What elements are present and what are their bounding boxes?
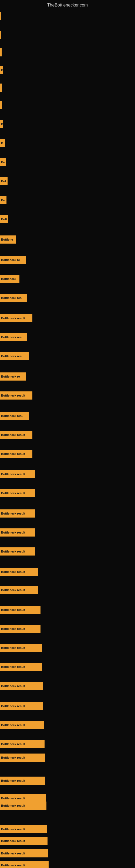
bar-item: Bott — [0, 215, 135, 223]
bar — [0, 31, 1, 39]
bar-label: Bottleneck result — [1, 864, 25, 867]
bar: Bottleneck result — [0, 586, 38, 594]
bar-item: Bo — [0, 158, 135, 166]
bar-label: B — [1, 142, 3, 145]
bar: Bottleneck result — [0, 794, 46, 802]
bar: Bottleneck re — [0, 256, 26, 264]
bar: Bottleneck resu — [0, 352, 29, 360]
bar: Bottleneck result — [0, 606, 41, 614]
bar: Bottleneck result — [0, 682, 43, 690]
bar-label: Bottleneck resu — [1, 354, 24, 358]
bar: Bottleneck result — [0, 625, 41, 633]
bar-label: Bottleneck result — [1, 316, 25, 320]
site-title: TheBottlenecker.com — [0, 0, 135, 9]
bar: Bottleneck result — [0, 861, 49, 868]
bar: B — [0, 66, 3, 74]
bar: Bottleneck result — [0, 740, 45, 748]
bar: Bottleneck result — [0, 721, 44, 729]
bar-item: Bottleneck res — [0, 333, 135, 341]
bar-label: Bottleneck result — [1, 852, 25, 855]
bar: Bottleneck result — [0, 802, 46, 810]
bar: Bottleneck — [0, 275, 19, 283]
bar-item: Bottleneck re — [0, 256, 135, 264]
bar: B — [0, 139, 5, 147]
bar-label: Bot — [1, 180, 6, 183]
bar-item — [0, 84, 135, 92]
bar-item: Bottleneck result — [0, 489, 135, 497]
bar-label: Bottleneck result — [1, 472, 25, 476]
bar-label: B — [1, 68, 3, 72]
bar-item: Bottleneck result — [0, 431, 135, 439]
bar-label: Bottleneck result — [1, 452, 25, 456]
bar-label: Bottleneck result — [1, 570, 25, 574]
bar: Bottleneck result — [0, 450, 32, 458]
bar: Bottleneck result — [0, 753, 45, 762]
bar-label: Bottleneck resu — [1, 414, 24, 417]
bar-label: Bott — [1, 218, 7, 221]
bar — [0, 12, 1, 20]
bar: Bot — [0, 177, 8, 185]
bar: Bottleneck res — [0, 294, 27, 302]
bar-item — [0, 12, 135, 20]
bar-item: B — [0, 120, 135, 128]
bar: Bottleneck result — [0, 509, 35, 518]
bar-label: Bottleneck result — [1, 804, 25, 807]
bar-label: Bottleneck result — [1, 608, 25, 611]
bar-item: Bottleneck result — [0, 849, 135, 858]
bar — [0, 48, 2, 56]
bar-label: Bottleneck result — [1, 756, 25, 759]
bar-label: Bottleneck result — [1, 394, 25, 397]
bar — [0, 101, 2, 109]
bar-chart: BBBBoBotBoBottBottleneBottleneck reBottl… — [0, 12, 135, 863]
bar: Bottleneck result — [0, 644, 42, 652]
bar-item: Bottleneck result — [0, 721, 135, 729]
bar-label: Bottleneck result — [1, 512, 25, 515]
bar-label: Bottleneck result — [1, 705, 25, 708]
bar: Bo — [0, 158, 6, 166]
bar: Bottleneck res — [0, 333, 27, 341]
bar-item: Bottleneck resu — [0, 412, 135, 420]
bar-label: Bottleneck result — [1, 433, 25, 436]
bar-item — [0, 48, 135, 56]
bar: Bottleneck result — [0, 314, 32, 322]
bar-item: Bottleneck result — [0, 528, 135, 536]
bar-item: Bottleneck res — [0, 294, 135, 302]
bar: Bottleneck result — [0, 702, 43, 710]
bar-item: Bottleneck result — [0, 794, 135, 802]
bar-item: Bot — [0, 177, 135, 185]
bar-label: Bottleneck result — [1, 723, 25, 727]
bar-item — [0, 101, 135, 109]
bar-item: Bottleneck result — [0, 586, 135, 594]
bar-item: Bottleneck result — [0, 753, 135, 762]
bar-item: Bottleneck result — [0, 606, 135, 614]
bar-label: Bottleneck res — [1, 296, 21, 300]
bar-item: Bottleneck result — [0, 825, 135, 833]
bar: Bottleneck resu — [0, 412, 29, 420]
bar-label: Bottleneck result — [1, 779, 25, 782]
bar: Bottleneck result — [0, 837, 48, 845]
bar: Bottleneck result — [0, 489, 35, 497]
bar-item: Bottleneck result — [0, 314, 135, 322]
bar-label: Bottleneck result — [1, 492, 25, 495]
bar-label: Bottleneck result — [1, 627, 25, 630]
bar-item: Bottleneck result — [0, 568, 135, 576]
bar-item: Bottleneck result — [0, 861, 135, 868]
bar-item: Bottleneck result — [0, 663, 135, 671]
bar-item: Bottleneck resu — [0, 352, 135, 360]
bar-label: Bo — [1, 198, 5, 202]
bar-item — [0, 31, 135, 39]
bar-label: Bottleneck result — [1, 742, 25, 746]
bar-item: Bo — [0, 196, 135, 204]
bar-item: Bottleneck result — [0, 392, 135, 400]
bar-item: Bottleneck result — [0, 509, 135, 518]
bar-item: Bottleneck result — [0, 837, 135, 845]
bar-item: Bottleneck — [0, 275, 135, 283]
bar-item: B — [0, 66, 135, 74]
bar-item: Bottleneck result — [0, 802, 135, 810]
page-wrapper: TheBottlenecker.com BBBBoBotBoBottBottle… — [0, 0, 135, 863]
bar: Bottleneck result — [0, 568, 38, 576]
bar-label: Bottleneck result — [1, 588, 25, 592]
bar-item: Bottlene — [0, 236, 135, 244]
bar-item: Bottleneck result — [0, 450, 135, 458]
bar-label: B — [1, 123, 3, 126]
